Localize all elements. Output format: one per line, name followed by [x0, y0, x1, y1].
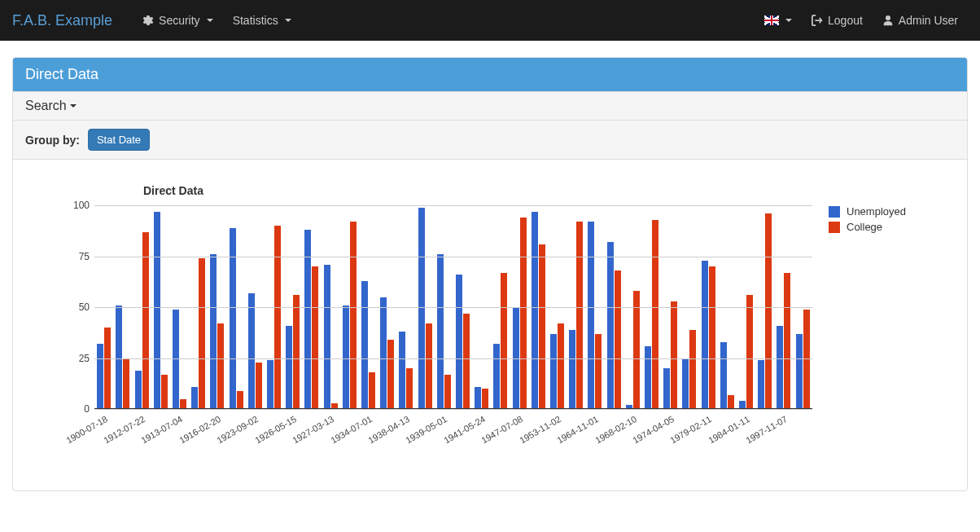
x-tick-label: 1900-07-18 [64, 414, 109, 446]
bar-unemployed[interactable] [777, 326, 783, 410]
bar-unemployed[interactable] [532, 212, 538, 410]
nav-security[interactable]: Security [133, 2, 223, 39]
bar-college[interactable] [426, 323, 432, 409]
search-toggle[interactable]: Search [13, 91, 967, 121]
bar-unemployed[interactable] [210, 254, 217, 409]
panel-title: Direct Data [13, 58, 967, 91]
bar-college[interactable] [444, 375, 451, 410]
bar-unemployed[interactable] [248, 293, 255, 410]
bar-college[interactable] [104, 328, 111, 409]
bar-college[interactable] [350, 222, 357, 409]
bar-college[interactable] [539, 244, 545, 410]
bar-college[interactable] [369, 372, 375, 409]
bar-unemployed[interactable] [173, 310, 179, 410]
nav-security-label: Security [159, 14, 200, 27]
legend-swatch-college [829, 222, 840, 233]
bar-unemployed[interactable] [588, 222, 594, 409]
x-tick-label: 1984-01-11 [707, 414, 751, 446]
bar-unemployed[interactable] [702, 261, 708, 410]
bar-unemployed[interactable] [758, 360, 764, 409]
legend-swatch-unemployed [829, 206, 840, 218]
bar-college[interactable] [482, 389, 488, 409]
bar-unemployed[interactable] [569, 330, 575, 410]
bar-unemployed[interactable] [97, 344, 103, 409]
group-by-row: Group by: Stat Date [13, 121, 967, 160]
bar-unemployed[interactable] [399, 332, 405, 409]
chart-legend: Unemployed College [812, 205, 934, 458]
bar-unemployed[interactable] [343, 306, 349, 410]
nav-language[interactable] [755, 3, 802, 37]
bar-college[interactable] [765, 213, 772, 409]
brand-link[interactable]: F.A.B. Example [12, 12, 125, 29]
x-tick-label: 1938-04-13 [366, 414, 411, 446]
x-tick-label: 1964-11-01 [555, 414, 600, 446]
bar-unemployed[interactable] [418, 208, 425, 410]
y-tick-label: 25 [62, 353, 90, 364]
bar-college[interactable] [217, 323, 224, 409]
bar-college[interactable] [406, 368, 413, 409]
bar-unemployed[interactable] [682, 358, 689, 410]
nav-user[interactable]: Admin User [873, 2, 968, 39]
bar-college[interactable] [293, 295, 300, 409]
chevron-down-icon [70, 104, 77, 108]
x-tick-label: 1979-02-11 [669, 414, 714, 446]
bar-college[interactable] [161, 375, 168, 410]
bar-college[interactable] [142, 232, 149, 410]
bar-college[interactable] [689, 330, 696, 410]
bar-unemployed[interactable] [475, 387, 481, 410]
bar-college[interactable] [387, 340, 394, 409]
bar-college[interactable] [784, 273, 790, 410]
bar-unemployed[interactable] [324, 265, 330, 410]
chart-area: Direct Data 0255075100 1900-07-181912-07… [13, 160, 967, 490]
bar-college[interactable] [520, 218, 527, 409]
bar-unemployed[interactable] [116, 306, 122, 410]
bar-unemployed[interactable] [230, 228, 236, 410]
bar-unemployed[interactable] [286, 326, 292, 410]
bar-unemployed[interactable] [456, 275, 462, 409]
x-tick-label: 1974-04-05 [631, 414, 676, 446]
bar-unemployed[interactable] [437, 254, 444, 409]
x-tick-label: 1912-07-22 [102, 414, 147, 446]
bar-unemployed[interactable] [135, 371, 142, 410]
bar-college[interactable] [803, 310, 810, 410]
group-by-statdate-button[interactable]: Stat Date [88, 129, 150, 151]
bar-college[interactable] [633, 291, 640, 409]
bar-college[interactable] [237, 391, 243, 410]
bar-college[interactable] [501, 273, 507, 410]
plot-area: 0255075100 [94, 205, 812, 409]
bar-college[interactable] [671, 301, 677, 410]
bar-unemployed[interactable] [493, 344, 500, 409]
bar-college[interactable] [463, 314, 470, 410]
nav-statistics[interactable]: Statistics [223, 2, 301, 39]
bar-unemployed[interactable] [267, 360, 273, 409]
bar-college[interactable] [312, 266, 318, 409]
x-tick-label: 1953-11-02 [518, 414, 562, 446]
bar-unemployed[interactable] [154, 212, 160, 410]
bar-college[interactable] [615, 270, 621, 409]
bar-unemployed[interactable] [663, 368, 670, 409]
bar-unemployed[interactable] [607, 242, 614, 409]
bar-unemployed[interactable] [550, 334, 557, 410]
bar-college[interactable] [728, 395, 734, 410]
bar-unemployed[interactable] [645, 346, 651, 410]
bar-unemployed[interactable] [380, 297, 387, 410]
bar-unemployed[interactable] [361, 281, 368, 410]
bar-unemployed[interactable] [720, 342, 727, 410]
bar-college[interactable] [652, 220, 658, 410]
bar-college[interactable] [123, 358, 129, 410]
bar-college[interactable] [256, 363, 262, 410]
bar-college[interactable] [199, 258, 205, 409]
bar-unemployed[interactable] [796, 334, 803, 410]
nav-logout[interactable]: Logout [802, 2, 873, 39]
bar-college[interactable] [558, 323, 564, 409]
x-tick-label: 1968-02-10 [593, 414, 638, 446]
bar-college[interactable] [709, 266, 715, 409]
bar-college[interactable] [576, 222, 583, 409]
x-tick-label: 1913-07-04 [140, 414, 185, 446]
legend-label-college: College [847, 221, 882, 233]
bar-unemployed[interactable] [191, 387, 198, 410]
search-label: Search [25, 99, 67, 113]
bar-college[interactable] [595, 334, 602, 410]
bar-college[interactable] [274, 226, 281, 409]
bar-college[interactable] [746, 295, 753, 409]
